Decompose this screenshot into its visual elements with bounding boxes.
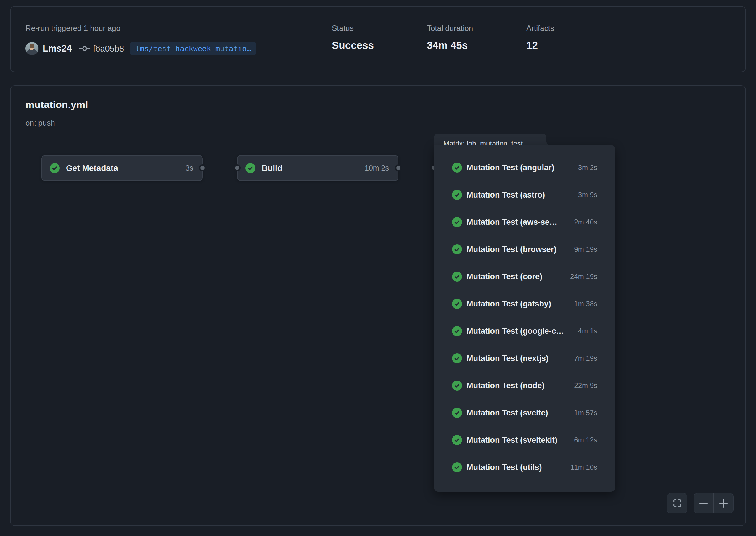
- matrix-job-name: Mutation Test (nextjs): [466, 354, 549, 363]
- matrix-job-name: Mutation Test (utils): [466, 463, 542, 472]
- check-circle-icon: [452, 353, 462, 363]
- check-circle-icon: [452, 299, 462, 309]
- matrix-job-name: Mutation Test (aws-se…: [466, 218, 557, 227]
- check-circle-icon: [452, 462, 462, 472]
- job-name: Build: [262, 163, 282, 173]
- matrix-job-name: Mutation Test (google-c…: [466, 327, 564, 336]
- git-commit-icon: [79, 43, 91, 54]
- check-circle-icon: [452, 190, 462, 200]
- check-circle-icon: [452, 435, 462, 445]
- artifacts-count: 12: [526, 39, 554, 51]
- matrix-job-duration: 9m 19s: [574, 245, 597, 253]
- check-circle-icon: [452, 272, 462, 282]
- matrix-job-row[interactable]: Mutation Test (angular) 3m 2s: [434, 154, 615, 181]
- zoom-out-button[interactable]: [694, 493, 713, 513]
- matrix-job-row[interactable]: Mutation Test (nextjs) 7m 19s: [434, 345, 615, 372]
- check-circle-icon: [245, 163, 255, 173]
- matrix-job-duration: 2m 40s: [574, 218, 597, 226]
- matrix-job-name: Mutation Test (gatsby): [466, 299, 551, 309]
- expand-icon: [672, 498, 682, 508]
- check-circle-icon: [452, 381, 462, 390]
- matrix-job-row[interactable]: Mutation Test (gatsby) 1m 38s: [434, 290, 615, 318]
- connector-dot: [199, 164, 206, 172]
- workflow-run-page: Re-run triggered 1 hour ago Lms24 f6a05b…: [0, 0, 756, 536]
- matrix-job-duration: 4m 1s: [578, 327, 597, 335]
- connector-dot: [395, 164, 402, 172]
- matrix-job-duration: 1m 38s: [574, 300, 597, 308]
- check-circle-icon: [452, 244, 462, 254]
- check-circle-icon: [452, 163, 462, 173]
- matrix-job-row[interactable]: Mutation Test (astro) 3m 9s: [434, 181, 615, 209]
- matrix-job-row[interactable]: Mutation Test (svelte) 1m 57s: [434, 399, 615, 426]
- matrix-job-duration: 3m 9s: [578, 191, 597, 199]
- run-trigger-text: Re-run triggered 1 hour ago: [25, 24, 120, 33]
- status-value: Success: [332, 39, 374, 51]
- matrix-job-row[interactable]: Mutation Test (aws-se… 2m 40s: [434, 209, 615, 236]
- edge-build-matrix: [398, 168, 434, 169]
- run-summary-card: Re-run triggered 1 hour ago Lms24 f6a05b…: [10, 6, 746, 72]
- connector-dot: [234, 164, 241, 172]
- matrix-job-duration: 7m 19s: [574, 354, 597, 362]
- plus-icon: [719, 499, 728, 508]
- run-actor-row: Lms24 f6a05b8 lms/test-hackweek-mutatio…: [25, 42, 256, 56]
- matrix-job-list: Mutation Test (angular) 3m 2s Mutation T…: [434, 145, 615, 491]
- actor-name-link[interactable]: Lms24: [43, 43, 72, 54]
- check-circle-icon: [452, 408, 462, 418]
- matrix-job-name: Mutation Test (node): [466, 381, 544, 390]
- zoom-in-button[interactable]: [714, 493, 734, 513]
- matrix-job-name: Mutation Test (core): [466, 272, 542, 281]
- duration-label: Total duration: [427, 24, 473, 33]
- job-duration: 10m 2s: [365, 164, 389, 172]
- fullscreen-button[interactable]: [667, 493, 687, 513]
- matrix-job-duration: 3m 2s: [578, 163, 597, 172]
- matrix-job-duration: 24m 19s: [570, 272, 597, 281]
- duration-value: 34m 45s: [427, 39, 473, 51]
- matrix-job-duration: 6m 12s: [574, 436, 597, 444]
- job-node-build[interactable]: Build 10m 2s: [237, 155, 398, 181]
- job-node-get-metadata[interactable]: Get Metadata 3s: [42, 155, 203, 181]
- artifacts-column: Artifacts 12: [526, 24, 554, 51]
- matrix-job-name: Mutation Test (browser): [466, 245, 556, 254]
- matrix-job-name: Mutation Test (svelte): [466, 408, 548, 418]
- matrix-job-row[interactable]: Mutation Test (sveltekit) 6m 12s: [434, 426, 615, 454]
- matrix-job-row[interactable]: Mutation Test (node) 22m 9s: [434, 372, 615, 399]
- zoom-control: [694, 493, 734, 513]
- matrix-job-row[interactable]: Mutation Test (browser) 9m 19s: [434, 236, 615, 263]
- matrix-job-name: Mutation Test (angular): [466, 163, 554, 172]
- matrix-job-duration: 22m 9s: [574, 382, 597, 390]
- matrix-job-duration: 1m 57s: [574, 409, 597, 417]
- minus-icon: [699, 503, 708, 504]
- workflow-graph-card: mutation.yml on: push: [10, 85, 746, 526]
- duration-column: Total duration 34m 45s: [427, 24, 473, 51]
- workflow-trigger: on: push: [25, 118, 55, 128]
- edge-getmetadata-build: [203, 168, 237, 169]
- matrix-job-row[interactable]: Mutation Test (core) 24m 19s: [434, 263, 615, 290]
- avatar[interactable]: [25, 42, 39, 55]
- check-circle-icon: [452, 217, 462, 227]
- matrix-job-row[interactable]: Mutation Test (google-c… 4m 1s: [434, 318, 615, 345]
- status-column: Status Success: [332, 24, 374, 51]
- workflow-file-title: mutation.yml: [25, 99, 88, 111]
- commit-sha-link[interactable]: f6a05b8: [93, 44, 124, 53]
- status-label: Status: [332, 24, 374, 33]
- matrix-job-name: Mutation Test (astro): [466, 190, 545, 200]
- artifacts-label: Artifacts: [526, 24, 554, 33]
- matrix-job-name: Mutation Test (sveltekit): [466, 436, 557, 445]
- matrix-job-duration: 11m 10s: [571, 463, 597, 471]
- branch-badge[interactable]: lms/test-hackweek-mutatio…: [130, 42, 256, 55]
- matrix-job-row[interactable]: Mutation Test (utils) 11m 10s: [434, 454, 615, 481]
- job-duration: 3s: [186, 164, 193, 172]
- check-circle-icon: [452, 326, 462, 336]
- check-circle-icon: [50, 163, 60, 173]
- job-name: Get Metadata: [66, 163, 118, 173]
